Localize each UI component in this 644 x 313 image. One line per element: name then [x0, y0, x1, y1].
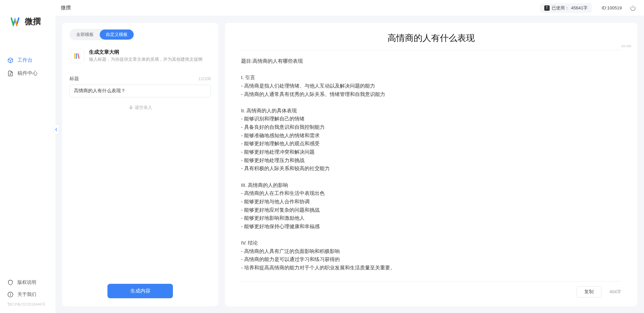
- output-word-count: 404字: [609, 289, 621, 295]
- template-thumb-icon: [70, 49, 84, 63]
- icp-text: 鄂ICP备2022016946号: [0, 301, 55, 310]
- nav-label: 关于我们: [17, 292, 36, 298]
- svg-rect-4: [130, 106, 132, 108]
- tab-custom-templates[interactable]: 自定义模板: [100, 30, 134, 40]
- output-title-text: 高情商的人有什么表现: [387, 33, 475, 43]
- power-icon[interactable]: [630, 5, 636, 11]
- logo[interactable]: 微撰: [0, 0, 55, 37]
- panel-input: 全部模板 自定义模板 生成文章大纲 输入标题，为你提供文章主体的灵感，并为其创建…: [62, 23, 218, 306]
- nav-item-drafts[interactable]: 稿件中心: [0, 67, 55, 80]
- generate-button[interactable]: 生成内容: [107, 284, 173, 298]
- main: 微撰 T 已使用： 45641字 ID:100519 全部模板 自定义模板: [55, 0, 644, 313]
- voice-input-label: 请空录入: [135, 105, 152, 111]
- panel-output: 高情商的人有什么表现 10/100 题目:高情商的人有哪些表现 I. 引言 - …: [225, 23, 637, 306]
- nav-label: 工作台: [17, 57, 33, 63]
- title-input[interactable]: [70, 85, 211, 97]
- info-icon: [7, 292, 13, 298]
- output-footer: 复制 404字: [241, 281, 621, 298]
- page-title: 微撰: [61, 5, 71, 11]
- title-field-label: 标题: [70, 76, 79, 82]
- nav-item-copyright[interactable]: 版权说明: [0, 276, 55, 289]
- sidebar-collapse-button[interactable]: [54, 125, 59, 134]
- output-title: 高情商的人有什么表现 10/100: [241, 32, 621, 50]
- content: 全部模板 自定义模板 生成文章大纲 输入标题，为你提供文章主体的灵感，并为其创建…: [55, 16, 644, 313]
- title-char-counter: 11/100: [198, 76, 211, 81]
- chevron-left-icon: [55, 127, 58, 132]
- usage-indicator[interactable]: T 已使用： 45641字: [540, 3, 592, 13]
- template-desc: 输入标题，为你提供文章主体的灵感，并为其创建推文提纲: [89, 57, 202, 62]
- template-card: 生成文章大纲 输入标题，为你提供文章主体的灵感，并为其创建推文提纲: [70, 48, 211, 70]
- cube-icon: [7, 57, 13, 63]
- logo-icon: [11, 17, 22, 26]
- output-title-counter: 10/100: [621, 44, 631, 48]
- svg-point-2: [10, 293, 11, 294]
- sidebar: 微撰 工作台 稿件中心 版权说明 关于我们 鄂ICP备2022016946号: [0, 0, 55, 313]
- template-title: 生成文章大纲: [89, 49, 202, 55]
- template-tabs: 全部模板 自定义模板: [70, 29, 134, 40]
- voice-input-button[interactable]: 请空录入: [70, 105, 211, 111]
- output-body[interactable]: 题目:高情商的人有哪些表现 I. 引言 - 高情商是指人们处理情绪、与他人互动以…: [241, 50, 621, 272]
- document-icon: [7, 70, 13, 76]
- microphone-icon: [129, 105, 133, 110]
- user-id: ID:100519: [602, 5, 622, 10]
- usage-value: 45641字: [571, 5, 588, 11]
- usage-label: 已使用：: [552, 5, 569, 11]
- shield-icon: [7, 279, 13, 285]
- nav-main: 工作台 稿件中心: [0, 37, 55, 276]
- nav-bottom: 版权说明 关于我们 鄂ICP备2022016946号: [0, 276, 55, 313]
- nav-label: 版权说明: [17, 279, 36, 285]
- copy-button[interactable]: 复制: [577, 286, 601, 298]
- nav-item-workbench[interactable]: 工作台: [0, 54, 55, 67]
- nav-item-about[interactable]: 关于我们: [0, 289, 55, 301]
- topbar: 微撰 T 已使用： 45641字 ID:100519: [55, 0, 644, 16]
- tab-all-templates[interactable]: 全部模板: [70, 30, 100, 40]
- logo-text: 微撰: [25, 16, 41, 27]
- nav-label: 稿件中心: [17, 70, 38, 76]
- text-badge-icon: T: [544, 5, 550, 11]
